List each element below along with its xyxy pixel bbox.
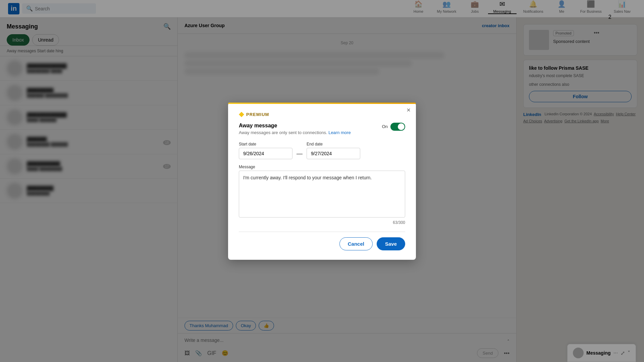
away-message-row: Away message Away messages are only sent… [239,123,405,135]
away-message-modal: PREMIUM × Away message Away messages are… [228,103,416,260]
toggle-label: On [382,124,388,129]
modal-footer: Cancel Save [239,232,405,250]
away-title-section: Away message Away messages are only sent… [239,123,382,135]
premium-label: PREMIUM [246,112,269,117]
date-row: Start date — End date [239,142,405,159]
toggle-knob [398,123,405,130]
modal-title: Away message [239,123,382,129]
premium-diamond-icon [239,112,244,117]
start-date-label: Start date [239,142,292,146]
save-button[interactable]: Save [377,237,405,250]
modal-body: PREMIUM × Away message Away messages are… [228,104,416,260]
modal-close-button[interactable]: × [407,107,411,113]
end-date-label: End date [307,142,360,146]
end-date-group: End date [307,142,360,159]
modal-subtitle-text: Away messages are only sent to connectio… [239,130,327,135]
start-date-group: Start date [239,142,292,159]
modal-overlay[interactable]: PREMIUM × Away message Away messages are… [0,0,644,362]
start-date-input[interactable] [239,148,292,159]
modal-subtitle: Away messages are only sent to connectio… [239,130,382,135]
char-count: 63/300 [239,220,405,225]
toggle-switch[interactable] [390,123,405,131]
premium-badge: PREMIUM [239,112,405,117]
cancel-button[interactable]: Cancel [339,237,373,250]
toggle-container: On [382,123,405,131]
learn-more-link[interactable]: Learn more [328,130,351,135]
date-range-separator: — [297,150,303,157]
message-textarea[interactable]: I'm currently away. I'll respond to your… [239,171,405,218]
message-field-label: Message [239,165,405,169]
end-date-input[interactable] [307,148,360,159]
